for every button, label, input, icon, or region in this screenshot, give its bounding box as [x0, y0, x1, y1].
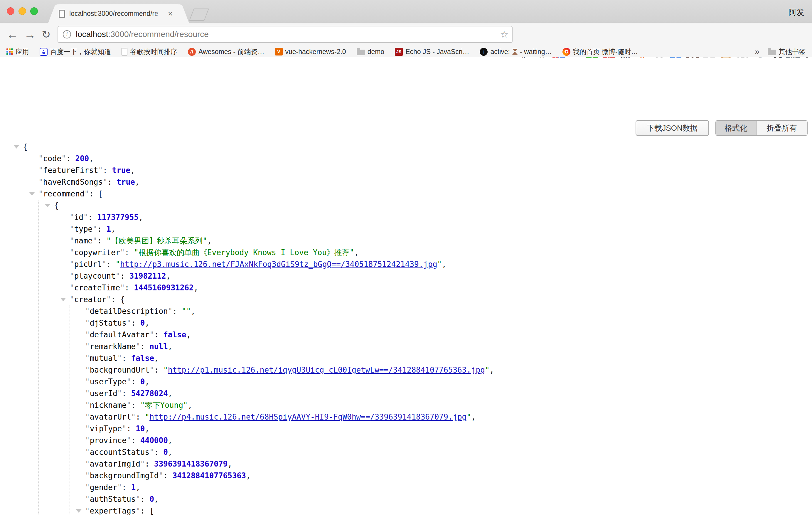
format-button[interactable]: 格式化	[716, 121, 756, 135]
json-node: "avatarUrl": "http://p4.music.126.net/68…	[85, 411, 494, 423]
json-comma: ,	[490, 366, 494, 374]
json-link[interactable]: http://p1.music.126.net/iqygU3Uicg_cL00I…	[168, 366, 485, 374]
json-quote: "	[145, 412, 150, 421]
json-line: "id": 117377955,	[69, 211, 494, 223]
reload-icon[interactable]: ↻	[42, 27, 51, 42]
bookmark-active-waiting[interactable]: ↓ active: - waiting…	[480, 48, 552, 56]
collapse-toggle-icon[interactable]	[13, 145, 19, 149]
json-quote: "	[85, 424, 90, 433]
json-line: "mutual": false,	[85, 352, 494, 364]
json-line: {	[23, 141, 494, 153]
json-comma: ,	[246, 471, 251, 480]
json-bracket: [	[98, 190, 103, 198]
json-key: avatarImgId	[90, 459, 140, 468]
collapse-toggle-icon[interactable]	[29, 192, 35, 196]
collapse-all-button[interactable]: 折叠所有	[756, 121, 807, 135]
back-icon[interactable]: ←	[6, 27, 18, 42]
json-quote: "	[350, 248, 354, 257]
json-quote: "	[103, 178, 108, 187]
bookmark-echojs[interactable]: JS Echo JS - JavaScri…	[395, 48, 469, 56]
json-line: "userId": 54278024,	[85, 388, 494, 399]
browser-tab[interactable]: localhost:3000/recommend/re ×	[58, 4, 179, 23]
download-json-button[interactable]: 下载JSON数据	[636, 120, 709, 136]
collapse-toggle-icon[interactable]	[45, 204, 51, 207]
json-node: "haveRcmdSongs": true,	[38, 176, 494, 188]
bookmark-vue-hackernews[interactable]: V vue-hackernews-2.0	[275, 48, 346, 56]
json-quote: "	[131, 412, 136, 421]
json-quote: "	[85, 495, 90, 504]
json-line: "remarkName": null,	[85, 341, 494, 352]
new-tab-button[interactable]	[189, 8, 209, 21]
json-node: "mutual": false,	[85, 352, 494, 364]
bookmark-demo-folder[interactable]: demo	[357, 48, 384, 56]
json-comma: ,	[136, 483, 140, 492]
minimize-window-button[interactable]	[19, 7, 26, 15]
bookmark-weibo[interactable]: 我的首页 微博-随时…	[562, 47, 638, 56]
zoom-window-button[interactable]	[30, 7, 38, 15]
json-quote: "	[437, 260, 442, 269]
json-key: backgroundUrl	[90, 366, 150, 374]
bookmark-google-sort[interactable]: 谷歌按时间排序	[121, 47, 177, 56]
json-quote: "	[485, 366, 490, 374]
json-key: province	[90, 436, 126, 445]
json-value: 10	[136, 424, 145, 433]
json-key: remarkName	[90, 342, 136, 351]
json-comma: ,	[135, 178, 140, 187]
json-node: "playcount": 31982112,	[69, 270, 494, 282]
json-line: "accountStatus": 0,	[85, 446, 494, 458]
json-value: true	[112, 166, 130, 175]
bookmark-awesomes[interactable]: A Awesomes - 前端资…	[188, 47, 264, 56]
json-quote: "	[466, 412, 471, 421]
json-quote: "	[85, 507, 90, 515]
json-quote: "	[116, 271, 120, 280]
json-line: "backgroundImgId": 3412884107765363,	[85, 470, 494, 482]
json-comma: ,	[145, 319, 150, 327]
json-node: "picUrl": "http://p3.music.126.net/FJAxN…	[69, 258, 494, 270]
json-comma: ,	[166, 271, 171, 280]
close-window-button[interactable]	[7, 7, 14, 15]
json-quote: "	[203, 236, 207, 245]
json-key: detailDescription	[90, 307, 168, 316]
json-comma: ,	[186, 330, 191, 339]
json-line: "defaultAvatar": false,	[85, 329, 494, 341]
collapse-toggle-icon[interactable]	[60, 298, 66, 301]
tab-close-icon[interactable]: ×	[168, 10, 173, 18]
bookmarks-overflow-chevron[interactable]: »	[755, 47, 759, 56]
json-key: name	[74, 236, 93, 245]
json-quote: "	[140, 459, 145, 468]
address-bar[interactable]: i localhost:3000/recommend/resource ☆	[58, 26, 513, 43]
bookmark-apps[interactable]: 应用	[6, 47, 29, 56]
json-comma: ,	[354, 248, 359, 257]
json-quote: "	[85, 412, 90, 421]
json-string-value: 根据你喜欢的单曲《Everybody Knows I Love You》推荐	[139, 248, 350, 257]
bookmarks-bar: 应用 百度一下，你就知道 谷歌按时间排序 A Awesomes - 前端资… V…	[0, 47, 812, 57]
json-quote: "	[149, 330, 154, 339]
json-colon: :	[140, 507, 149, 515]
page-icon	[121, 48, 127, 56]
json-comma: ,	[207, 236, 212, 245]
json-string-value: 零下Young	[145, 401, 183, 409]
json-comma: ,	[168, 342, 173, 351]
site-info-icon[interactable]: i	[63, 30, 71, 38]
json-quote: "	[126, 377, 131, 386]
json-value: null	[149, 342, 168, 351]
json-bracket: [	[149, 507, 154, 515]
forward-icon[interactable]: →	[24, 27, 36, 42]
collapse-toggle-icon[interactable]	[76, 509, 82, 513]
json-link[interactable]: http://p4.music.126.net/68HSpiyAAVY-HI9-…	[149, 412, 466, 421]
chrome-profile-name[interactable]: 阿发	[788, 7, 804, 18]
bookmark-star-icon[interactable]: ☆	[500, 29, 509, 40]
json-key: createTime	[74, 283, 120, 292]
json-node: "gender": 1,	[85, 482, 494, 493]
json-line: "code": 200,	[38, 153, 494, 165]
json-value: 3396391418367079	[154, 459, 228, 468]
json-key: authStatus	[90, 495, 136, 504]
json-colon: :	[66, 154, 75, 163]
json-quote: "	[85, 389, 90, 398]
json-line: "playcount": 31982112,	[69, 270, 494, 282]
json-colon: :	[131, 319, 140, 327]
json-link[interactable]: http://p3.music.126.net/FJAxNkFoq3dGiS9t…	[120, 260, 437, 269]
bookmark-baidu[interactable]: 百度一下，你就知道	[40, 47, 111, 56]
bookmark-others-folder[interactable]: 其他书签	[768, 47, 806, 56]
json-value: 54278024	[131, 389, 168, 398]
